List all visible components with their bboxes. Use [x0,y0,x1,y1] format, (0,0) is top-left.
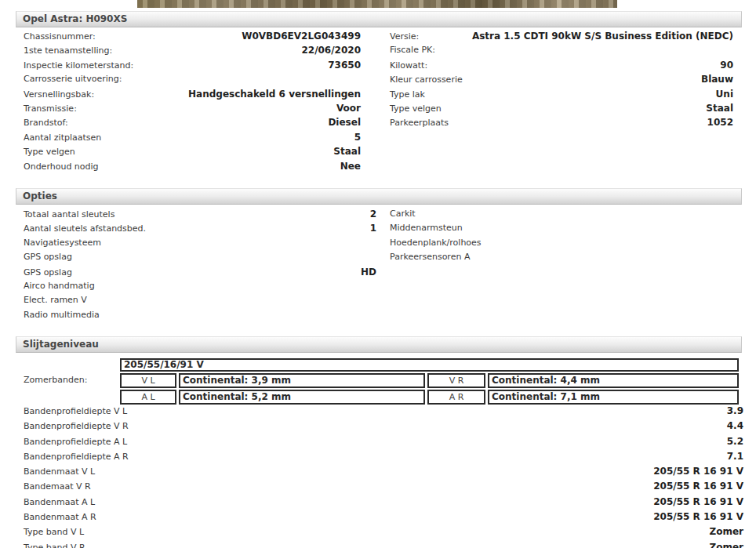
field-label: Versie: [390,30,419,44]
zomerbanden-label: Zomerbanden: [24,375,87,385]
option-row-gps-opslag-2: GPS opslagHD [24,265,376,279]
slijtage-details-list: Bandenprofieldiepte V L3.9 Bandenprofiel… [24,404,743,548]
vehicle-report-page: Opel Astra: H090XS Chassisnummer:W0VBD6E… [0,0,756,548]
detail-row-bandenmaat-vl: Bandenmaat V L205/55 R 16 91 V [24,464,743,479]
field-label: Chassisnummer: [24,30,96,44]
detail-value: 4.4 [727,419,743,434]
field-label: Versnellingsbak: [24,88,94,102]
detail-row-type-band-vl: Type band V LZomer [24,524,743,539]
detail-label: Bandenprofieldiepte A R [24,449,129,464]
tire-position-cell-ar: A R [427,390,485,405]
field-label: Kleur carrosserie [390,73,463,87]
detail-row-bandenmaat-vr: Bandemaat V R205/55 R 16 91 V [24,479,743,494]
opties-right-column: Carkit Middenarmsteun Hoedenplank/rolhoe… [390,207,733,265]
vehicle-fields-right-column: Versie:Astra 1.5 CDTI 90kW S/S Business … [390,29,733,130]
field-label: Type velgen [24,145,75,159]
opties-left-column: Totaal aantal sleutels2 Aantal sleutels … [24,207,376,322]
detail-label: Bandenprofieldiepte V R [24,419,129,434]
field-label: Parkeerplaats [390,116,449,130]
field-row-zitplaatsen: Aantal zitplaatsen5 [24,130,361,144]
option-row-carkit: Carkit [390,207,733,221]
field-label: Inspectie kilometerstand: [24,59,133,73]
section-header-slijtageniveau: Slijtageniveau [16,336,742,353]
field-label: Aantal zitplaatsen [24,131,101,145]
detail-label: Type band V R [24,540,85,548]
tire-position-cell-al: A L [120,390,176,405]
option-row-hoedenplank: Hoedenplank/rolhoes [390,236,733,250]
field-row-kleur-carrosserie: Kleur carrosserieBlauw [390,72,733,86]
tire-depth-cell-ar: Continental: 7,1 mm [488,390,739,405]
field-label: Fiscale PK: [390,43,435,57]
detail-row-bandenmaat-ar: Bandenmaat A R205/55 R 16 91 V [24,510,743,524]
field-row-parkeerplaats: Parkeerplaats1052 [390,115,733,129]
detail-value: Zomer [709,524,743,539]
option-value: HD [361,265,376,279]
field-row-versnellingsbak: Versnellingsbak:Handgeschakeld 6 versnel… [24,87,361,101]
detail-row-type-band-vr: Type band V RZomer [24,540,743,548]
detail-label: Bandenprofieldiepte V L [24,404,127,419]
detail-label: Bandenmaat A R [24,510,96,524]
section-header-vehicle: Opel Astra: H090XS [16,11,742,27]
tire-position-cell-vl: V L [120,373,176,388]
field-value: 5 [354,130,361,144]
field-value: 73650 [328,58,361,72]
detail-value: Zomer [709,540,743,548]
field-value: Blauw [701,72,733,86]
detail-label: Bandenmaat A L [24,495,95,510]
detail-value: 205/55 R 16 91 V [653,510,743,524]
field-value: Nee [340,159,361,173]
field-row-brandstof: Brandstof:Diesel [24,115,361,129]
vehicle-fields-left-column: Chassisnummer:W0VBD6EV2LG043499 1ste ten… [24,29,361,173]
detail-label: Bandenmaat V L [24,464,95,479]
detail-row-profieldiepte-vl: Bandenprofieldiepte V L3.9 [24,404,743,419]
option-row-gps-opslag-1: GPS opslag [24,250,376,264]
option-value: 1 [370,221,376,235]
field-label: Onderhoud nodig [24,160,99,174]
tire-size-header-cell: 205/55/16/91 V [120,358,739,372]
option-label: Navigatiesysteem [24,236,101,250]
option-label: Aantal sleutels afstandsbed. [24,222,146,236]
option-label: Parkeersensoren A [390,250,470,264]
tire-position-cell-vr: V R [427,373,485,388]
field-value: Uni [716,87,733,101]
detail-row-bandenmaat-al: Bandenmaat A L205/55 R 16 91 V [24,495,743,510]
option-label: Carkit [390,207,416,221]
detail-value: 7.1 [727,449,743,464]
option-row-parkeersensoren: Parkeersensoren A [390,250,733,264]
detail-row-profieldiepte-al: Bandenprofieldiepte A L5.2 [24,434,743,449]
option-label: Totaal aantal sleutels [24,208,114,222]
field-row-carrosserie-uitvoering: Carrosserie uitvoering: [24,72,361,86]
vehicle-photo-strip [137,0,617,8]
field-row-tenaamstelling: 1ste tenaamstelling:22/06/2020 [24,43,361,57]
field-value: Diesel [328,115,361,129]
tire-wear-table: 205/55/16/91 V V L Continental: 3,9 mm V… [120,358,739,405]
field-label: Type velgen [390,102,442,116]
detail-row-profieldiepte-vr: Bandenprofieldiepte V R4.4 [24,419,743,434]
detail-value: 205/55 R 16 91 V [653,495,743,510]
detail-row-profieldiepte-ar: Bandenprofieldiepte A R7.1 [24,449,743,464]
option-label: Elect. ramen V [24,293,87,307]
field-row-onderhoud-nodig: Onderhoud nodigNee [24,159,361,173]
field-value: Handgeschakeld 6 versnellingen [188,87,361,101]
field-value: Voor [336,101,361,115]
field-row-versie: Versie:Astra 1.5 CDTI 90kW S/S Business … [390,29,733,43]
field-row-type-lak: Type lakUni [390,87,733,101]
section-header-opties: Opties [16,188,742,205]
detail-value: 3.9 [727,404,743,419]
detail-label: Bandemaat V R [24,479,91,494]
field-row-type-velgen-2: Type velgenStaal [390,101,733,115]
option-label: Radio multimedia [24,308,100,322]
field-label: Type lak [390,88,425,102]
field-row-transmissie: Transmissie:Voor [24,101,361,115]
tire-depth-cell-vr: Continental: 4,4 mm [488,373,739,388]
field-label: Kilowatt: [390,59,427,73]
field-row-kilometerstand: Inspectie kilometerstand:73650 [24,58,361,72]
option-value: 2 [370,207,376,221]
option-row-navigatiesysteem: Navigatiesysteem [24,236,376,250]
detail-label: Bandenprofieldiepte A L [24,434,127,449]
option-row-radio-multimedia: Radio multimedia [24,308,376,322]
option-row-elect-ramen: Elect. ramen V [24,293,376,307]
field-value: Astra 1.5 CDTI 90kW S/S Business Edition… [472,29,733,43]
tire-depth-cell-al: Continental: 5,2 mm [179,390,425,405]
field-row-chassisnummer: Chassisnummer:W0VBD6EV2LG043499 [24,29,361,43]
